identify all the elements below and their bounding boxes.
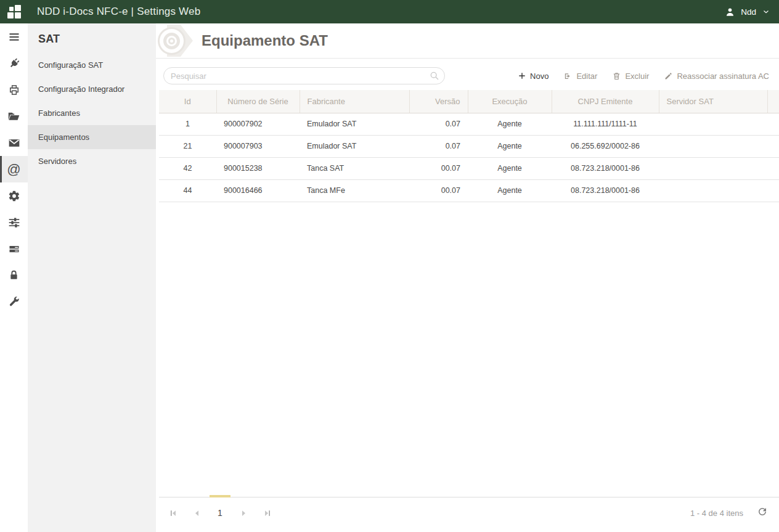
pager-info: 1 - 4 de 4 itens <box>690 509 743 518</box>
main-panel: Equipamento SAT Novo <box>156 23 779 532</box>
grid-toolbar: Novo Editar Excluir Reassociar assi <box>518 72 769 81</box>
cell-id: 21 <box>159 135 216 157</box>
column-header-fabricante[interactable]: Fabricante <box>300 90 409 113</box>
user-menu[interactable]: Ndd <box>725 7 770 17</box>
mail-icon <box>8 137 20 149</box>
cell-cnpj: 08.723.218/0001-86 <box>552 157 659 179</box>
column-header-numero-serie[interactable]: Número de Série <box>216 90 300 113</box>
rail-item-wrench[interactable] <box>0 289 28 315</box>
cell-servidor-sat <box>659 113 767 135</box>
first-page-icon <box>169 509 178 518</box>
table-header-row: Id Número de Série Fabricante Versão Exe… <box>159 90 779 113</box>
search-icon <box>430 71 439 83</box>
delete-button[interactable]: Excluir <box>612 72 649 81</box>
cell-numero-serie: 900015238 <box>216 157 300 179</box>
cell-id: 44 <box>159 179 216 202</box>
user-icon <box>725 7 735 17</box>
next-page-icon <box>239 509 248 518</box>
sidebar-item-fabricantes[interactable]: Fabricantes <box>28 101 156 125</box>
at-icon: @ <box>7 163 20 176</box>
rail-item-menu[interactable] <box>0 23 28 50</box>
cell-cnpj: 08.723.218/0001-86 <box>552 179 659 202</box>
page-header: Equipamento SAT <box>156 23 779 59</box>
cell-id: 1 <box>159 113 216 135</box>
chevron-down-icon <box>762 7 770 16</box>
cell-numero-serie: 900016466 <box>216 179 300 202</box>
cell-fabricante: Emulador SAT <box>300 135 409 157</box>
pencil-icon <box>664 72 673 81</box>
cell-execucao: Agente <box>468 179 552 202</box>
cell-id: 42 <box>159 157 216 179</box>
plug-icon <box>8 57 20 70</box>
user-name: Ndd <box>741 7 756 17</box>
sidebar-item-equipamentos[interactable]: Equipamentos <box>28 125 156 149</box>
pager-page-1[interactable]: 1 <box>210 504 230 522</box>
rail-item-at[interactable]: @ <box>0 156 28 182</box>
cell-spacer <box>767 135 779 157</box>
cell-versao: 00.07 <box>409 179 468 202</box>
cell-servidor-sat <box>659 157 767 179</box>
cell-numero-serie: 900007902 <box>216 113 300 135</box>
cell-cnpj: 11.111.111/1111-11 <box>552 113 659 135</box>
rail-item-servers[interactable] <box>0 235 28 262</box>
rail-item-sliders[interactable] <box>0 209 28 235</box>
cell-versao: 00.07 <box>409 157 468 179</box>
edit-button[interactable]: Editar <box>563 72 597 81</box>
cell-execucao: Agente <box>468 113 552 135</box>
icon-rail: @ <box>0 23 28 532</box>
cell-spacer <box>767 157 779 179</box>
search-input[interactable] <box>163 67 445 84</box>
column-header-spacer <box>767 90 779 113</box>
table-row[interactable]: 1 900007902 Emulador SAT 0.07 Agente 11.… <box>159 113 779 135</box>
column-header-cnpj-emitente[interactable]: CNPJ Emitente <box>552 90 659 113</box>
cell-spacer <box>767 179 779 202</box>
trash-icon <box>612 72 621 81</box>
wrench-icon <box>8 296 20 308</box>
table-row[interactable]: 42 900015238 Tanca SAT 00.07 Agente 08.7… <box>159 157 779 179</box>
pager-last-button[interactable] <box>256 504 277 522</box>
rail-item-gear[interactable] <box>0 182 28 209</box>
new-button[interactable]: Novo <box>518 72 549 81</box>
cell-numero-serie: 900007903 <box>216 135 300 157</box>
table-row[interactable]: 21 900007903 Emulador SAT 0.07 Agente 06… <box>159 135 779 157</box>
page-header-stamp-icon <box>157 23 195 58</box>
actions-row: Novo Editar Excluir Reassociar assi <box>163 67 769 84</box>
pager-prev-button[interactable] <box>186 504 207 522</box>
column-header-servidor-sat[interactable]: Servidor SAT <box>659 90 767 113</box>
app-logo-icon <box>7 5 22 18</box>
edit-icon <box>563 72 573 81</box>
servers-icon <box>8 243 20 255</box>
refresh-button[interactable] <box>757 506 768 520</box>
app-window: NDD i-Docs NFC-e | Settings Web Ndd <box>0 0 779 532</box>
pager-first-button[interactable] <box>163 504 184 522</box>
cell-versao: 0.07 <box>409 113 468 135</box>
sidebar: SAT Configuração SAT Configuração Integr… <box>28 23 156 532</box>
cell-servidor-sat <box>659 179 767 202</box>
sidebar-item-configuracao-sat[interactable]: Configuração SAT <box>28 53 156 77</box>
column-header-versao[interactable]: Versão <box>409 90 468 113</box>
rail-item-mail[interactable] <box>0 129 28 156</box>
last-page-icon <box>263 509 272 518</box>
sidebar-item-configuracao-integrador[interactable]: Configuração Integrador <box>28 77 156 101</box>
cell-spacer <box>767 113 779 135</box>
sidebar-item-servidores[interactable]: Servidores <box>28 149 156 173</box>
rail-item-lock[interactable] <box>0 262 28 289</box>
gear-icon <box>8 190 20 202</box>
cell-execucao: Agente <box>468 157 552 179</box>
plus-icon <box>518 72 526 80</box>
rail-item-printer[interactable] <box>0 76 28 103</box>
menu-icon <box>8 31 20 43</box>
column-header-id[interactable]: Id <box>159 90 216 113</box>
equipment-table: Id Número de Série Fabricante Versão Exe… <box>159 90 779 202</box>
pager-next-button[interactable] <box>233 504 254 522</box>
sidebar-heading: SAT <box>28 33 156 46</box>
rail-item-plug[interactable] <box>0 50 28 76</box>
column-header-execucao[interactable]: Execução <box>468 90 552 113</box>
folder-open-icon <box>7 110 20 123</box>
rail-item-folder[interactable] <box>0 103 28 129</box>
cell-fabricante: Tanca SAT <box>300 157 409 179</box>
reassign-signature-button[interactable]: Reassociar assinatura AC <box>664 72 769 81</box>
app-title: NDD i-Docs NFC-e | Settings Web <box>37 6 200 18</box>
table-row[interactable]: 44 900016466 Tanca MFe 00.07 Agente 08.7… <box>159 179 779 202</box>
cell-fabricante: Tanca MFe <box>300 179 409 202</box>
